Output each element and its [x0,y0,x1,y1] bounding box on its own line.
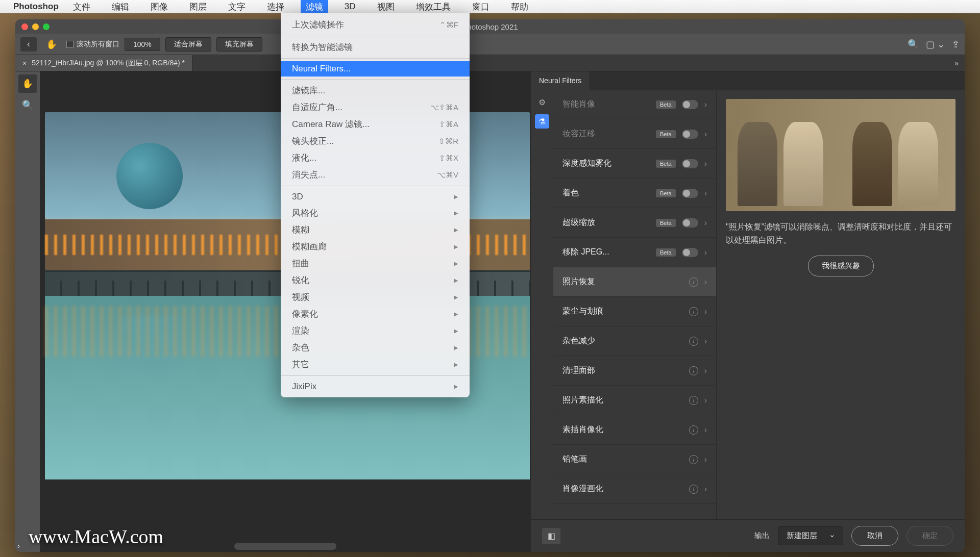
horizontal-scrollbar[interactable] [234,543,336,550]
dropdown-item: 其它▸ [281,356,470,373]
info-icon[interactable]: i [689,455,698,464]
filter-item[interactable]: 照片恢复i› [553,267,716,297]
menu-image[interactable]: 图像 [145,0,173,14]
app-name[interactable]: Photoshop [13,2,59,12]
filter-name: 铅笔画 [562,454,683,465]
output-select[interactable]: 新建图层 [778,526,843,545]
menu-edit[interactable]: 编辑 [107,0,134,14]
preview-image [726,99,955,211]
zoom-tool-button[interactable]: 🔍 [18,96,37,114]
dropdown-item: 杂色▸ [281,339,470,356]
menu-filter[interactable]: 滤镜 [301,0,328,14]
filter-item[interactable]: 照片素描化i› [553,386,716,415]
submenu-arrow-icon: ▸ [454,224,458,235]
hand-tool-button[interactable]: ✋ [18,74,37,93]
filter-toggle[interactable] [682,189,698,198]
search-icon[interactable]: 🔍 [908,39,919,50]
keyboard-shortcut: ⇧⌘A [439,120,458,129]
window-close-button[interactable] [21,23,28,30]
ok-button[interactable]: 确定 [906,526,953,546]
fit-screen-button[interactable]: 适合屏幕 [165,37,211,52]
submenu-arrow-icon: ▸ [454,208,458,218]
filter-item[interactable]: 杂色减少i› [553,326,716,356]
info-icon[interactable]: i [689,396,698,405]
workspace-icon[interactable]: ▢ ⌄ [926,39,945,50]
dropdown-item-label: 自适应广角... [292,102,342,113]
info-icon[interactable]: i [689,366,698,375]
filter-item[interactable]: 素描肖像化i› [553,415,716,445]
window-minimize-button[interactable] [32,23,39,30]
dropdown-separator [281,79,470,80]
scroll-all-checkbox[interactable]: 滚动所有窗口 [66,40,119,49]
menu-view[interactable]: 视图 [372,0,400,14]
filter-toggle[interactable] [682,130,698,139]
chevron-right-icon: › [704,396,707,405]
keyboard-shortcut: ⌥⇧⌘A [430,103,458,112]
tabbar-more-icon[interactable]: » [948,59,965,67]
dropdown-item-label: 像素化 [292,308,318,320]
filter-toggle[interactable] [682,218,698,227]
neural-filters-tab[interactable]: Neural Filters [531,71,590,90]
hand-tool-icon[interactable]: ✋ [42,39,61,50]
filter-item[interactable]: 深度感知雾化Beta› [553,149,716,179]
dropdown-item: 3D▸ [281,189,470,205]
menu-help[interactable]: 帮助 [506,0,533,14]
menu-layer[interactable]: 图层 [184,0,212,14]
submenu-arrow-icon: ▸ [454,325,458,336]
info-icon[interactable]: i [689,425,698,435]
filter-item[interactable]: 清理面部i› [553,356,716,386]
filter-toggle[interactable] [682,248,698,257]
document-tab[interactable]: × 52112_iHbrJlAu.jpg @ 100% (图层 0, RGB/8… [15,55,192,71]
menu-window[interactable]: 窗口 [467,0,495,14]
menu-select[interactable]: 选择 [262,0,289,14]
share-icon[interactable]: ⇪ [952,39,960,50]
cancel-button[interactable]: 取消 [851,526,898,546]
info-icon[interactable]: i [689,337,698,346]
statusbar-chevron[interactable]: › [17,541,20,550]
back-button[interactable]: ‹ [20,37,37,52]
filter-item[interactable]: 超级缩放Beta› [553,208,716,238]
dropdown-item: 上次滤镜操作⌃⌘F [281,16,470,33]
filter-item[interactable]: 移除 JPEG...Beta› [553,238,716,267]
menu-type[interactable]: 文字 [223,0,251,14]
menu-plugins[interactable]: 增效工具 [411,0,456,14]
window-maximize-button[interactable] [43,23,50,30]
beta-badge: Beta [656,189,676,197]
filter-item[interactable]: 铅笔画i› [553,445,716,474]
sliders-icon[interactable]: ⚙ [535,95,549,109]
interest-button[interactable]: 我很感兴趣 [808,256,874,276]
menu-3d[interactable]: 3D [339,0,361,13]
filter-name: 清理面部 [562,365,683,376]
tab-close-icon[interactable]: × [22,59,27,67]
filter-name: 肖像漫画化 [562,484,683,494]
dropdown-item-label: 扭曲 [292,258,309,269]
submenu-arrow-icon: ▸ [454,275,458,286]
layers-icon[interactable]: ◧ [542,528,560,544]
submenu-arrow-icon: ▸ [454,342,458,353]
filter-item[interactable]: 妆容迁移Beta› [553,119,716,149]
filter-item[interactable]: 着色Beta› [553,179,716,208]
submenu-arrow-icon: ▸ [454,359,458,370]
filter-item[interactable]: 智能肖像Beta› [553,90,716,119]
flask-icon[interactable]: ⚗ [535,114,549,129]
dropdown-item: 风格化▸ [281,205,470,221]
filter-item[interactable]: 蒙尘与划痕i› [553,297,716,326]
filter-toggle[interactable] [682,100,698,109]
dropdown-item-label: 镜头校正... [292,135,334,147]
document-tabbar: × 52112_iHbrJlAu.jpg @ 100% (图层 0, RGB/8… [15,55,965,71]
dropdown-item: Camera Raw 滤镜...⇧⌘A [281,116,470,133]
filter-item[interactable]: 肖像漫画化i› [553,474,716,504]
fill-screen-button[interactable]: 填充屏幕 [216,37,262,52]
dropdown-item-label: 模糊画廊 [292,241,327,252]
filter-toggle[interactable] [682,159,698,168]
info-icon[interactable]: i [689,277,698,287]
dropdown-item-label: 锐化 [292,274,309,286]
dropdown-item-label: JixiPix [292,382,316,392]
zoom-select[interactable]: 100% [125,38,160,51]
dropdown-separator [281,186,470,186]
menu-file[interactable]: 文件 [68,0,95,14]
keyboard-shortcut: ⇧⌘X [439,154,458,163]
dropdown-item[interactable]: Neural Filters... [281,61,470,77]
info-icon[interactable]: i [689,307,698,316]
info-icon[interactable]: i [689,485,698,494]
